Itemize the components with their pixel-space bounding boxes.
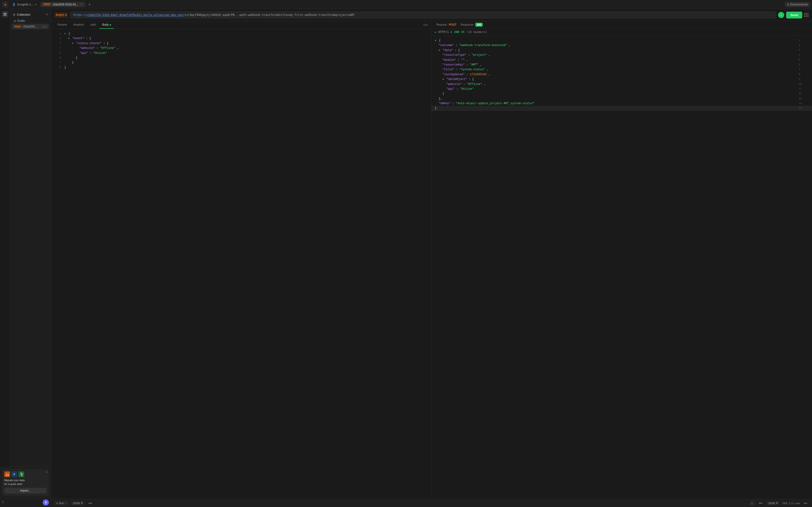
code-line: "website" : "Offline" , 10 bbox=[432, 82, 812, 87]
tab-bar: ● 👤 Incognito s... + POST c5da3f26-532d-… bbox=[0, 0, 812, 9]
json-format-button[interactable]: JSON ⇅ bbox=[71, 501, 85, 505]
code-line: "title" : "system-status" , 7 bbox=[432, 67, 812, 72]
tab-body[interactable]: Body bbox=[99, 21, 114, 29]
http-status-line: ► HTTP/1.1 200 OK (19 headers) bbox=[432, 29, 812, 36]
request-panel: Params Headers Auth Body </> 1 bbox=[51, 21, 432, 499]
send-button[interactable]: Send bbox=[786, 12, 802, 18]
response-tabs: Request POST Response 200 bbox=[432, 21, 812, 29]
response-panel: Request POST Response 200 ► HTTP/1.1 200… bbox=[432, 21, 812, 499]
collection-label: Collection bbox=[17, 13, 31, 16]
code-line: 4 "website" : "Offline" , bbox=[51, 46, 431, 51]
svg-rect-1 bbox=[5, 13, 6, 14]
http-headers-count: (19 headers) bbox=[467, 31, 487, 34]
code-line: 2 ▼ "event" : { bbox=[51, 36, 431, 41]
code-line: "module" : "" , 5 bbox=[432, 58, 812, 62]
json-label: JSON bbox=[73, 502, 80, 505]
tab-close-icon[interactable]: × bbox=[79, 3, 83, 6]
migrate-icons: 🦊 ✈ 🍃 bbox=[4, 471, 47, 477]
migrate-icon-3: 🍃 bbox=[18, 471, 24, 477]
environments-button[interactable]: ⊙ Environments bbox=[785, 2, 810, 7]
migrate-close-icon[interactable]: × bbox=[46, 470, 48, 474]
url-path: /x1/8pLF04Kgey1jr0d810_eap9rPN bbox=[183, 13, 234, 17]
incognito-tab[interactable]: 👤 Incognito s... + bbox=[10, 2, 39, 7]
tab-bar-right: ⊙ Environments bbox=[785, 2, 810, 7]
add-tab-button[interactable]: + bbox=[87, 2, 92, 7]
response-code-badge: 200 bbox=[475, 23, 482, 26]
incognito-tab-label: Incognito s... bbox=[17, 3, 33, 6]
drafts-label: Drafts bbox=[17, 19, 25, 22]
main-layout: ⊞ Collection + ⊞ Drafts POST c5da3f26-..… bbox=[0, 9, 812, 507]
expand-arrow[interactable]: ▼ bbox=[68, 37, 69, 40]
help-icon[interactable]: ? bbox=[2, 501, 4, 504]
method-label: POST bbox=[56, 13, 64, 17]
request-tab[interactable]: POST c5da3f26-532d-43... × bbox=[40, 2, 85, 7]
code-line: 8 } bbox=[51, 65, 431, 70]
response-json-chevron: ⇅ bbox=[776, 502, 778, 505]
migrate-card: × 🦊 ✈ 🍃 Migrate your data for a quick st… bbox=[2, 469, 49, 496]
code-line: ▼ "dataObject" : { 9 bbox=[432, 77, 812, 82]
code-line: } 12 bbox=[432, 92, 812, 96]
code-icon[interactable]: </> bbox=[423, 23, 428, 27]
code-line: 1 ▼ { bbox=[51, 31, 431, 36]
bottom-left-ellipsis[interactable]: ••• bbox=[87, 501, 94, 506]
migrate-subtitle: for a quick start bbox=[4, 482, 47, 486]
bottom-bar-right: ⌕ ••• JSON ⇅ 3KB, 2.1s, now ••• bbox=[749, 501, 809, 506]
request-label: Request bbox=[435, 21, 448, 28]
collection-header[interactable]: ⊞ Collection + bbox=[12, 11, 49, 18]
bottom-bar: ≡ Text ⌄ JSON ⇅ ••• ⌕ ••• JSON ⇅ 3KB, 2.… bbox=[51, 499, 812, 507]
bottom-right-ellipsis-2[interactable]: ••• bbox=[802, 501, 809, 506]
method-selector[interactable]: POST ▾ bbox=[54, 12, 68, 18]
http-ok: OK bbox=[461, 31, 465, 34]
code-line: 5 "api" : "Online" bbox=[51, 51, 431, 56]
body-dot bbox=[110, 24, 111, 25]
response-label: Response bbox=[459, 21, 475, 28]
incognito-tab-add[interactable]: + bbox=[35, 3, 37, 6]
tab-headers[interactable]: Headers bbox=[70, 21, 87, 29]
code-line: 3 ▼ "status-checks" : { bbox=[51, 41, 431, 46]
sidebar-icon-strip bbox=[0, 9, 10, 467]
environments-icon: ⊙ bbox=[787, 3, 790, 6]
request-method-badge: POST bbox=[14, 25, 21, 28]
app-logo: ● bbox=[2, 1, 8, 8]
collection-add-icon[interactable]: + bbox=[46, 12, 48, 17]
code-line: "outcome" : "webhook-transform-executed"… bbox=[432, 43, 812, 48]
response-json-button[interactable]: JSON ⇅ bbox=[766, 501, 780, 505]
expand-arrow[interactable]: ▼ bbox=[64, 33, 66, 35]
expand-arrow[interactable]: ▼ bbox=[443, 78, 444, 81]
expand-arrow[interactable]: ▼ bbox=[72, 42, 73, 45]
code-line: ▼ "data" : { 3 bbox=[432, 48, 812, 53]
request-item-name: c5da3f26-... bbox=[23, 25, 41, 28]
code-line-highlighted: } 15 bbox=[432, 106, 812, 111]
request-item-time: 11m bbox=[42, 25, 47, 28]
text-format-button[interactable]: ≡ Text ⌄ bbox=[54, 501, 69, 505]
check-icon: ✓ bbox=[778, 12, 784, 18]
expand-arrow[interactable]: ▼ bbox=[439, 49, 440, 52]
search-button[interactable]: ⌕ bbox=[749, 501, 755, 506]
grid-icon[interactable] bbox=[804, 13, 809, 17]
avatar[interactable]: A bbox=[43, 499, 49, 506]
url-bar: POST ▾ https://c5da3f26-532d-64e7-8cbef1… bbox=[51, 9, 812, 21]
sidebar-footer: ? A bbox=[0, 498, 51, 507]
code-line: "lastUpdated" : 1731895162 , 8 bbox=[432, 72, 812, 77]
bottom-right-ellipsis-1[interactable]: ••• bbox=[757, 501, 764, 506]
svg-rect-2 bbox=[4, 14, 5, 16]
import-button[interactable]: Import... bbox=[4, 488, 47, 494]
sidebar-collections-icon[interactable] bbox=[2, 11, 8, 17]
environments-label: Environments bbox=[791, 3, 808, 6]
size-info: 3KB, 2.1s, now bbox=[782, 502, 800, 505]
drafts-item[interactable]: ⊞ Drafts bbox=[12, 18, 49, 24]
tab-bar-left: ● 👤 Incognito s... + POST c5da3f26-532d-… bbox=[2, 1, 92, 8]
request-method-label: POST bbox=[449, 23, 456, 26]
bottom-bar-left: ≡ Text ⌄ JSON ⇅ ••• bbox=[54, 501, 94, 506]
request-item[interactable]: POST c5da3f26-... 11m bbox=[12, 24, 49, 30]
url-input[interactable]: https://c5da3f26-532d-64e7-8cbef19f8cb21… bbox=[70, 11, 776, 18]
expand-arrow[interactable]: ▼ bbox=[435, 40, 436, 42]
tab-params[interactable]: Params bbox=[54, 21, 70, 29]
code-line: "resourceKey" : "AMT" , 6 bbox=[432, 62, 812, 67]
code-line: ▼ { 1 bbox=[432, 38, 812, 43]
code-line: 6 } bbox=[51, 56, 431, 60]
tab-auth[interactable]: Auth bbox=[88, 21, 99, 29]
main-content: POST ▾ https://c5da3f26-532d-64e7-8cbef1… bbox=[51, 9, 812, 507]
response-body-code: ▼ { 1 "outcome" : "webhook-transform-exe… bbox=[432, 36, 812, 499]
tab-name: c5da3f26-532d-43... bbox=[52, 3, 78, 6]
